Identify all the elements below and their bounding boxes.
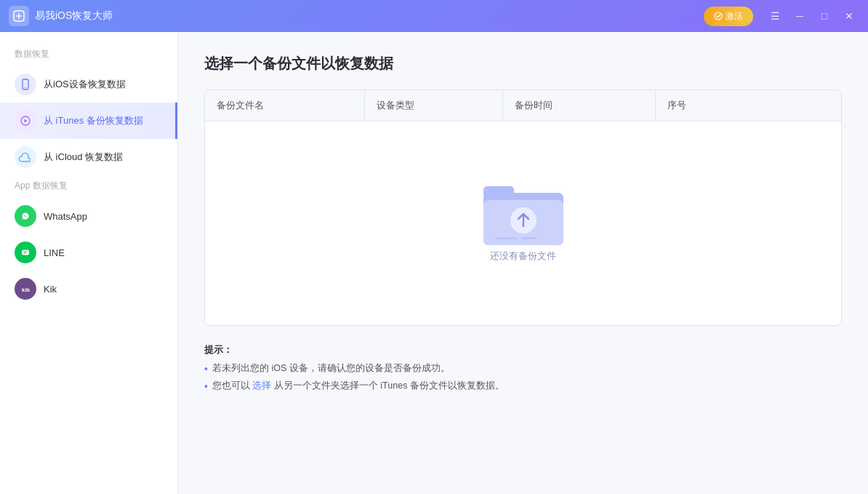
tip-item-1: • 若未列出您的 iOS 设备，请确认您的设备是否备份成功。 (204, 362, 842, 375)
svg-rect-9 (22, 250, 29, 255)
app-title: 易我iOS恢复大师 (35, 9, 113, 23)
line-icon (15, 242, 36, 263)
sidebar: 数据恢复 从iOS设备恢复数据 从 iTunes 备份恢复数据 (0, 32, 178, 494)
menu-button[interactable]: ☰ (765, 6, 785, 26)
tip-bullet-1: • (204, 362, 208, 375)
tips-section: 提示： • 若未列出您的 iOS 设备，请确认您的设备是否备份成功。 • 您也可… (204, 343, 842, 393)
itunes-recovery-label: 从 iTunes 备份恢复数据 (44, 114, 143, 127)
col-serial: 序号 (656, 90, 841, 121)
minimize-button[interactable]: ─ (789, 6, 810, 26)
whatsapp-label: WhatsApp (44, 211, 87, 222)
section-data-recovery-label: 数据恢复 (0, 44, 177, 66)
icloud-icon (15, 146, 36, 168)
whatsapp-icon (15, 205, 36, 227)
sidebar-item-whatsapp[interactable]: WhatsApp (0, 198, 177, 234)
col-device-type: 设备类型 (365, 90, 503, 121)
tip-item-2: • 您也可以 选择 从另一个文件夹选择一个 iTunes 备份文件以恢复数据。 (204, 380, 842, 393)
close-button[interactable]: ✕ (839, 6, 859, 26)
activate-button[interactable]: 激活 (704, 7, 753, 26)
svg-rect-15 (483, 186, 514, 198)
sidebar-item-itunes[interactable]: 从 iTunes 备份恢复数据 (0, 103, 177, 139)
empty-folder-illustration (480, 177, 567, 250)
title-bar-left: 易我iOS恢复大师 (9, 6, 113, 26)
kik-label: Kik (44, 284, 57, 295)
table-header: 备份文件名 设备类型 备份时间 序号 (205, 90, 841, 121)
empty-state-text: 还没有备份文件 (490, 250, 556, 263)
svg-rect-18 (496, 237, 518, 239)
col-filename: 备份文件名 (205, 90, 365, 121)
main-content: 选择一个备份文件以恢复数据 备份文件名 设备类型 备份时间 序号 (178, 32, 868, 494)
kik-icon: kik (15, 278, 36, 300)
title-bar: 易我iOS恢复大师 激活 ☰ ─ □ ✕ (0, 0, 868, 32)
sidebar-item-line[interactable]: LINE (0, 234, 177, 271)
tip-text-2: 您也可以 选择 从另一个文件夹选择一个 iTunes 备份文件以恢复数据。 (212, 380, 505, 392)
itunes-icon (15, 110, 36, 132)
title-bar-right: 激活 ☰ ─ □ ✕ (704, 6, 859, 26)
app-layout: 数据恢复 从iOS设备恢复数据 从 iTunes 备份恢复数据 (0, 32, 868, 494)
svg-rect-19 (522, 237, 537, 239)
sidebar-item-ios[interactable]: 从iOS设备恢复数据 (0, 66, 177, 103)
tip-select-link[interactable]: 选择 (252, 381, 271, 391)
line-label: LINE (44, 247, 65, 258)
table-body-empty: 还没有备份文件 (205, 121, 841, 325)
ios-recovery-label: 从iOS设备恢复数据 (44, 78, 126, 91)
tips-title: 提示： (204, 343, 842, 356)
section-app-recovery-label: App 数据恢复 (0, 175, 177, 198)
activate-label: 激活 (726, 10, 743, 23)
app-icon (9, 6, 29, 26)
ios-icon (15, 73, 36, 95)
svg-text:kik: kik (22, 287, 31, 293)
col-backup-time: 备份时间 (503, 90, 656, 121)
sidebar-item-icloud[interactable]: 从 iCloud 恢复数据 (0, 139, 177, 175)
page-title: 选择一个备份文件以恢复数据 (204, 54, 842, 73)
backup-table: 备份文件名 设备类型 备份时间 序号 (204, 89, 842, 326)
window-controls: ☰ ─ □ ✕ (765, 6, 859, 26)
sidebar-item-kik[interactable]: kik Kik (0, 271, 177, 307)
maximize-button[interactable]: □ (814, 6, 835, 26)
icloud-recovery-label: 从 iCloud 恢复数据 (44, 151, 123, 164)
tip-bullet-2: • (204, 380, 208, 393)
tip-text-1: 若未列出您的 iOS 设备，请确认您的设备是否备份成功。 (212, 362, 450, 375)
svg-point-5 (25, 87, 26, 89)
